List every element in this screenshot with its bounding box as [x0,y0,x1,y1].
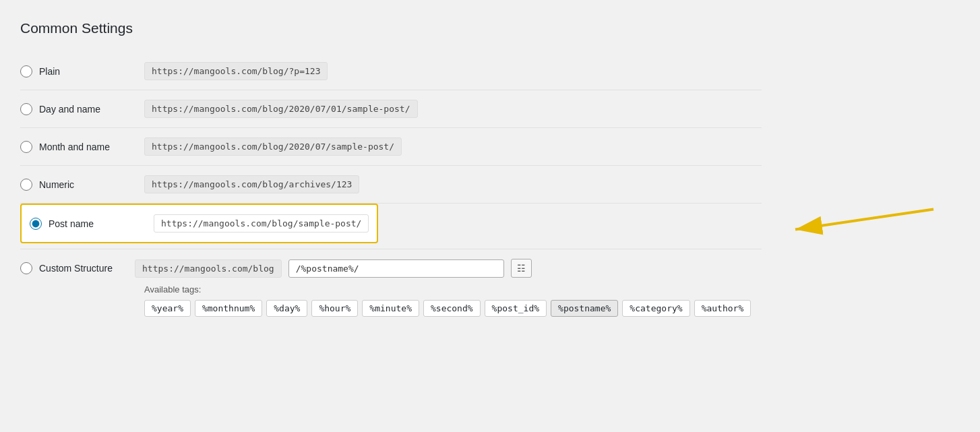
radio-post-name[interactable] [30,218,42,230]
option-label-custom-structure: Custom Structure [39,263,113,274]
custom-structure-tags-button[interactable]: ☷ [511,259,532,278]
tag-postname[interactable]: %postname% [551,300,618,317]
available-tags-label: Available tags: [144,284,762,295]
option-row-custom-structure: Custom Structure https://mangools.com/bl… [20,249,762,326]
url-display-post-name: https://mangools.com/blog/sample-post/ [154,214,369,233]
custom-structure-input[interactable] [288,259,504,278]
option-label-post-name: Post name [49,218,94,229]
option-row-plain: Plain https://mangools.com/blog/?p=123 [20,53,762,90]
url-display-plain: https://mangools.com/blog/?p=123 [144,62,328,80]
radio-label-numeric[interactable]: Numeric [20,179,128,191]
custom-base-url: https://mangools.com/blog [135,259,282,278]
tag-monthnum[interactable]: %monthnum% [195,300,262,317]
tag-category[interactable]: %category% [622,300,690,317]
radio-label-month-and-name[interactable]: Month and name [20,141,128,153]
radio-plain[interactable] [20,65,32,78]
url-display-month-and-name: https://mangools.com/blog/2020/07/sample… [144,137,402,156]
radio-month-and-name[interactable] [20,141,32,153]
svg-line-1 [795,209,933,229]
common-settings-panel: Common Settings Plain https://mangools.c… [20,20,762,326]
option-row-day-and-name: Day and name https://mangools.com/blog/2… [20,90,762,127]
url-display-numeric: https://mangools.com/blog/archives/123 [144,175,359,193]
tag-minute[interactable]: %minute% [362,300,419,317]
option-label-numeric: Numeric [39,179,74,190]
radio-custom-structure[interactable] [20,262,32,274]
tag-day[interactable]: %day% [266,300,307,317]
radio-numeric[interactable] [20,179,32,191]
url-display-day-and-name: https://mangools.com/blog/2020/07/01/sam… [144,100,418,118]
available-tags-section: Available tags: %year% %monthnum% %day% … [144,284,762,317]
option-row-post-name-wrapper: Post name https://mangools.com/blog/samp… [20,204,762,243]
tag-year[interactable]: %year% [144,300,191,317]
tag-hour[interactable]: %hour% [311,300,358,317]
radio-label-custom-structure[interactable]: Custom Structure [20,262,128,274]
tag-post-id[interactable]: %post_id% [485,300,547,317]
option-label-day-and-name: Day and name [39,104,100,115]
arrow-indicator [789,202,937,245]
tag-second[interactable]: %second% [423,300,481,317]
tag-author[interactable]: %author% [694,300,752,317]
page-title: Common Settings [20,20,762,36]
arrow-svg [789,202,937,243]
option-label-plain: Plain [39,66,60,77]
radio-label-post-name[interactable]: Post name [30,218,137,230]
radio-day-and-name[interactable] [20,103,32,115]
option-row-numeric: Numeric https://mangools.com/blog/archiv… [20,166,762,203]
option-label-month-and-name: Month and name [39,142,110,152]
option-row-month-and-name: Month and name https://mangools.com/blog… [20,128,762,165]
custom-structure-top: Custom Structure https://mangools.com/bl… [20,259,762,278]
tags-row: %year% %monthnum% %day% %hour% %minute% … [144,300,762,317]
radio-label-plain[interactable]: Plain [20,65,128,78]
option-row-post-name: Post name https://mangools.com/blog/samp… [20,204,378,243]
radio-label-day-and-name[interactable]: Day and name [20,103,128,115]
